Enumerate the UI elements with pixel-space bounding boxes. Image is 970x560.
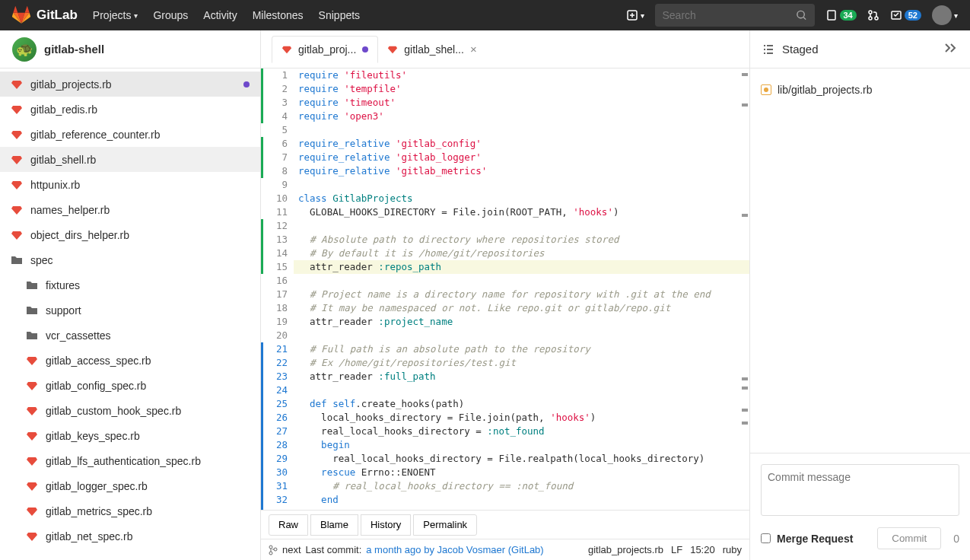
collapse-panel-button[interactable] xyxy=(944,43,958,56)
svg-point-8 xyxy=(269,552,272,555)
file-name: gitlab_custom_hook_spec.rb xyxy=(46,405,181,417)
editor-tab[interactable]: gitlab_proj... xyxy=(272,36,378,63)
file-item[interactable]: gitlab_projects.rb xyxy=(0,72,260,97)
file-toolbar: Raw Blame History Permalink xyxy=(261,510,749,539)
file-name: gitlab_reference_counter.rb xyxy=(30,129,160,141)
folder-icon xyxy=(26,279,38,291)
blame-button[interactable]: Blame xyxy=(310,514,358,536)
file-item[interactable]: vcr_cassettes xyxy=(0,323,260,348)
raw-button[interactable]: Raw xyxy=(269,514,308,536)
project-avatar: 🐢 xyxy=(12,37,37,62)
editor-tabs: gitlab_proj...gitlab_shel...× xyxy=(261,30,749,68)
new-dropdown[interactable]: ▾ xyxy=(626,9,644,21)
chevron-down-icon: ▾ xyxy=(954,11,958,20)
svg-point-9 xyxy=(274,548,277,551)
project-name: gitlab-shell xyxy=(44,43,104,56)
file-item[interactable]: gitlab_shell.rb xyxy=(0,147,260,172)
status-next[interactable]: next xyxy=(282,544,301,555)
status-language[interactable]: ruby xyxy=(723,544,742,555)
file-item[interactable]: gitlab_metrics_spec.rb xyxy=(0,498,260,523)
file-name: vcr_cassettes xyxy=(46,329,111,342)
file-item[interactable]: object_dirs_helper.rb xyxy=(0,222,260,247)
status-encoding[interactable]: LF xyxy=(671,544,682,555)
svg-point-4 xyxy=(869,17,872,20)
file-item[interactable]: gitlab_custom_hook_spec.rb xyxy=(0,398,260,423)
ruby-icon xyxy=(281,44,292,55)
modified-indicator xyxy=(243,81,250,88)
file-item[interactable]: names_helper.rb xyxy=(0,197,260,222)
issues-icon xyxy=(825,9,838,21)
issues-link[interactable]: 34 xyxy=(825,9,857,21)
status-filename: gitlab_projects.rb xyxy=(588,544,663,555)
merge-request-checkbox[interactable] xyxy=(761,533,771,543)
file-name: gitlab_projects.rb xyxy=(30,78,112,91)
code-area[interactable]: 1234567891011121314151617181920212223242… xyxy=(261,68,749,510)
file-item[interactable]: gitlab_logger_spec.rb xyxy=(0,473,260,498)
nav-groups[interactable]: Groups xyxy=(153,9,188,21)
staged-item[interactable]: lib/gitlab_projects.rb xyxy=(761,84,959,96)
ruby-icon xyxy=(11,103,23,116)
file-name: gitlab_shell.rb xyxy=(30,154,96,166)
file-item[interactable]: gitlab_access_spec.rb xyxy=(0,348,260,373)
close-icon[interactable]: × xyxy=(470,43,477,56)
ruby-icon xyxy=(26,530,38,542)
top-header: GitLab Projects ▾ Groups Activity Milest… xyxy=(0,0,970,30)
commit-box: Merge Request Commit 0 xyxy=(750,453,970,560)
nav-snippets[interactable]: Snippets xyxy=(319,9,360,21)
file-item[interactable]: gitlab_reference_counter.rb xyxy=(0,122,260,147)
file-item[interactable]: support xyxy=(0,298,260,323)
file-name: support xyxy=(46,304,81,317)
file-name: httpunix.rb xyxy=(30,179,80,191)
file-item[interactable]: gitlab_lfs_authentication_spec.rb xyxy=(0,448,260,473)
file-item[interactable]: gitlab_net_spec.rb xyxy=(0,523,260,549)
line-numbers: 1234567891011121314151617181920212223242… xyxy=(263,68,294,510)
history-button[interactable]: History xyxy=(361,514,411,536)
svg-point-7 xyxy=(269,546,272,549)
search-box[interactable] xyxy=(655,4,815,27)
gitlab-icon xyxy=(12,6,30,24)
ruby-icon xyxy=(11,204,23,216)
file-sidebar: 🐢 gitlab-shell gitlab_projects.rbgitlab_… xyxy=(0,30,261,560)
branch-icon xyxy=(269,545,278,555)
avatar xyxy=(932,5,952,25)
todos-link[interactable]: 52 xyxy=(890,9,921,21)
file-item[interactable]: gitlab_redis.rb xyxy=(0,97,260,122)
file-item[interactable]: gitlab_keys_spec.rb xyxy=(0,423,260,448)
chevron-down-icon: ▾ xyxy=(641,11,644,20)
file-name: gitlab_access_spec.rb xyxy=(46,355,151,367)
nav-milestones[interactable]: Milestones xyxy=(253,9,304,21)
search-input[interactable] xyxy=(663,9,796,21)
ruby-icon xyxy=(11,78,23,91)
nav-projects[interactable]: Projects ▾ xyxy=(93,9,138,21)
brand-text: GitLab xyxy=(37,8,78,23)
project-header[interactable]: 🐢 gitlab-shell xyxy=(0,30,260,68)
file-item[interactable]: httpunix.rb xyxy=(0,172,260,197)
status-cursor[interactable]: 15:20 xyxy=(690,544,715,555)
folder-icon xyxy=(26,329,38,342)
staged-panel: Staged lib/gitlab_projects.rb Merge Requ… xyxy=(749,30,970,560)
file-item[interactable]: fixtures xyxy=(0,272,260,298)
ruby-icon xyxy=(26,380,38,392)
commit-button[interactable]: Commit xyxy=(877,527,941,549)
permalink-button[interactable]: Permalink xyxy=(413,514,477,536)
file-name: gitlab_metrics_spec.rb xyxy=(46,505,152,517)
file-item[interactable]: spec xyxy=(0,247,260,272)
gitlab-logo[interactable]: GitLab xyxy=(12,6,78,24)
chevron-down-icon: ▾ xyxy=(134,11,138,20)
svg-rect-2 xyxy=(828,11,835,20)
ruby-icon xyxy=(11,229,23,241)
user-menu[interactable]: ▾ xyxy=(932,5,958,25)
code-content[interactable]: require 'fileutils'require 'tempfile'req… xyxy=(294,68,749,510)
file-item[interactable]: gitlab_config_spec.rb xyxy=(0,373,260,398)
editor-tab[interactable]: gitlab_shel...× xyxy=(378,36,485,63)
minimap[interactable] xyxy=(739,68,749,510)
nav-activity[interactable]: Activity xyxy=(203,9,237,21)
svg-point-3 xyxy=(869,11,872,14)
commit-message-input[interactable] xyxy=(761,464,959,516)
merge-request-label: Merge Request xyxy=(777,533,871,545)
file-name: gitlab_logger_spec.rb xyxy=(46,480,148,492)
status-last-commit-link[interactable]: a month ago by Jacob Vosmaer (GitLab) xyxy=(366,544,543,555)
file-tree[interactable]: gitlab_projects.rbgitlab_redis.rbgitlab_… xyxy=(0,68,260,560)
svg-point-1 xyxy=(797,11,803,18)
merge-requests-link[interactable] xyxy=(867,9,879,21)
